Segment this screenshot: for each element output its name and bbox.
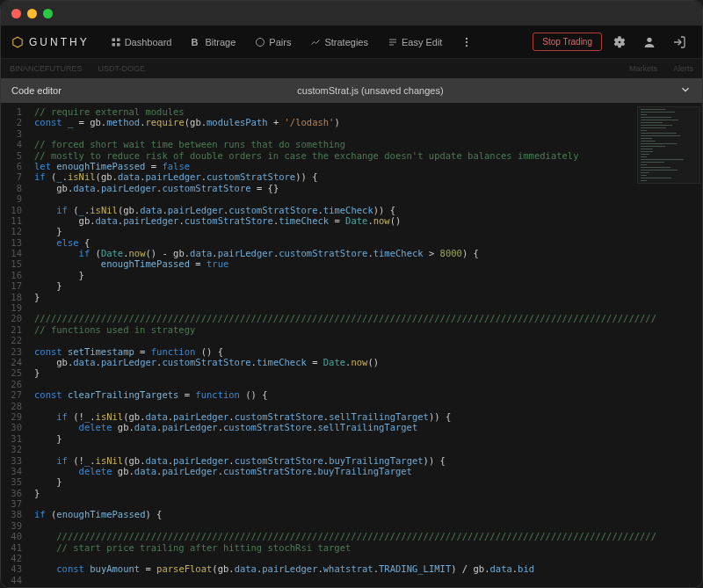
brand-logo-icon [11,36,24,48]
alerts-label: Alerts [673,64,693,73]
svg-point-6 [466,40,467,42]
chevron-down-icon [679,83,692,96]
code-editor[interactable]: 1234567891011121314151617181920212223242… [1,103,702,588]
maximize-icon[interactable] [43,9,53,18]
line-gutter: 1234567891011121314151617181920212223242… [1,103,27,588]
more-vertical-icon [460,36,473,48]
easyedit-icon [388,37,398,47]
collapse-editor-button[interactable] [679,83,692,98]
exchange-label: BINANCEFUTURES [10,64,83,73]
account-button[interactable] [637,30,662,54]
bitrage-icon: B [192,37,202,47]
svg-rect-0 [112,38,115,41]
more-menu[interactable] [454,30,479,54]
nav-pairs[interactable]: Pairs [248,33,298,51]
logout-button[interactable] [667,30,692,54]
svg-point-9 [647,37,651,41]
dashboard-icon [111,37,121,47]
svg-point-7 [466,44,467,46]
minimap[interactable] [637,106,700,184]
nav-dashboard-label: Dashboard [125,37,172,47]
top-nav: GUNTHY Dashboard B Bitrage Pairs Strateg… [1,25,702,59]
markets-label: Markets [629,64,657,73]
brand-text: GUNTHY [29,36,90,48]
code-editor-header: Code editor customStrat.js (unsaved chan… [1,78,702,103]
stop-trading-button[interactable]: Stop Trading [533,33,602,51]
window-titlebar [1,1,702,25]
nav-dashboard[interactable]: Dashboard [104,33,179,51]
nav-strategies-label: Strategies [324,37,368,47]
gear-icon [612,35,627,49]
code-editor-filename: customStrat.js (unsaved changes) [62,85,679,96]
nav-strategies[interactable]: Strategies [303,33,375,51]
svg-point-5 [466,37,467,39]
svg-point-4 [257,38,265,46]
nav-bitrage-label: Bitrage [206,37,236,47]
nav-bitrage[interactable]: B Bitrage [185,33,243,51]
code-editor-title: Code editor [11,85,62,96]
brand: GUNTHY [11,36,90,48]
svg-rect-3 [117,43,120,47]
svg-rect-1 [117,38,120,41]
nav-easyedit[interactable]: Easy Edit [380,33,449,51]
nav-pairs-label: Pairs [269,37,291,47]
svg-rect-2 [112,43,115,47]
settings-button[interactable] [607,30,632,54]
pair-label: USDT-DOGE [98,64,146,73]
exchange-subbar: BINANCEFUTURES USDT-DOGE Markets Alerts [1,59,702,78]
user-icon [642,35,656,49]
strategies-icon [310,37,321,47]
logout-icon [672,35,686,49]
nav-easyedit-label: Easy Edit [402,37,442,47]
pairs-icon [255,37,265,47]
code-content[interactable]: // require external modulesconst _ = gb.… [27,103,702,588]
close-icon[interactable] [11,9,21,18]
minimize-icon[interactable] [27,9,37,18]
